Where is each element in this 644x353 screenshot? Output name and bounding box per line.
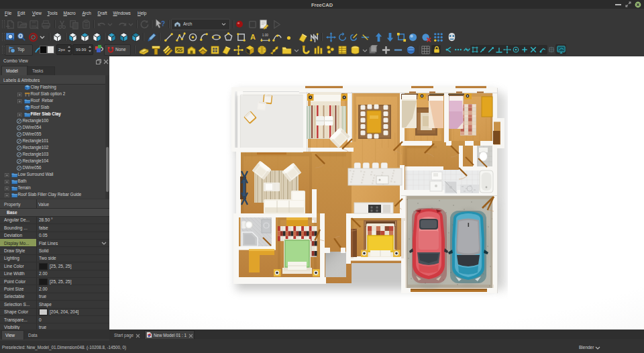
svg-text:1.00: 1.00: [262, 34, 268, 37]
